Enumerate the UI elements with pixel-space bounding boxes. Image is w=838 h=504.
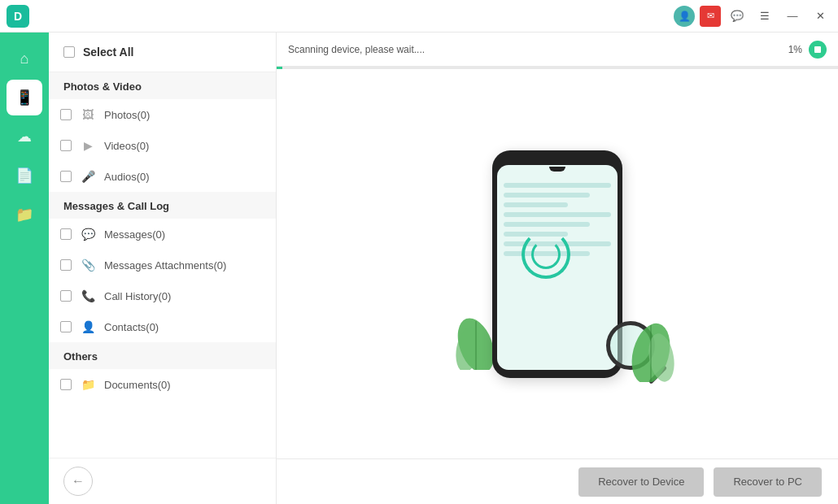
sidebar-item-folder[interactable]: 📁 <box>7 197 42 232</box>
screen-line <box>504 193 590 198</box>
scan-inner <box>531 240 561 269</box>
recover-to-pc-button[interactable]: Recover to PC <box>714 467 822 497</box>
illustration-area <box>277 69 838 458</box>
sidebar-item-home[interactable]: ⌂ <box>7 41 42 76</box>
main-layout: ⌂ 📱 ☁ 📄 📁 Select All Photos & Video 🖼 Ph… <box>0 33 838 504</box>
phone-illustration <box>476 150 639 378</box>
back-button[interactable]: ← <box>63 467 93 496</box>
right-content: Scanning device, please wait.... 1% <box>277 33 838 504</box>
phone-screen <box>497 165 618 370</box>
scan-circle <box>522 230 570 279</box>
select-all-checkbox[interactable] <box>63 46 75 58</box>
sidebar-icons: ⌂ 📱 ☁ 📄 📁 <box>0 33 49 504</box>
videos-label: Videos(0) <box>104 140 149 152</box>
item-contacts[interactable]: 👤 Contacts(0) <box>49 311 276 342</box>
scanning-percent: 1% <box>788 44 802 55</box>
photos-label: Photos(0) <box>104 109 150 121</box>
sidebar-item-phone[interactable]: 📱 <box>7 80 42 115</box>
category-messages-call: Messages & Call Log <box>49 192 276 219</box>
documents-label: Documents(0) <box>104 379 171 391</box>
avatar-icon[interactable]: 👤 <box>674 6 695 27</box>
contacts-label: Contacts(0) <box>104 321 159 333</box>
attach-icon: 📎 <box>80 257 96 273</box>
item-call-history[interactable]: 📞 Call History(0) <box>49 280 276 311</box>
category-photos-video: Photos & Video <box>49 72 276 99</box>
message-icon: 💬 <box>80 226 96 242</box>
item-audios[interactable]: 🎤 Audios(0) <box>49 161 276 192</box>
title-bar-controls: 👤 ✉ 💬 ☰ — ✕ <box>674 5 831 28</box>
recover-to-device-button[interactable]: Recover to Device <box>578 467 704 497</box>
screen-line <box>504 212 611 217</box>
chat-icon[interactable]: 💬 <box>726 5 749 28</box>
item-messages[interactable]: 💬 Messages(0) <box>49 219 276 250</box>
call-history-checkbox[interactable] <box>60 290 72 302</box>
left-panel: Select All Photos & Video 🖼 Photos(0) ▶ … <box>49 33 277 504</box>
item-videos[interactable]: ▶ Videos(0) <box>49 130 276 161</box>
scanning-bar: Scanning device, please wait.... 1% <box>277 33 838 67</box>
videos-checkbox[interactable] <box>60 140 72 151</box>
app-logo: D <box>7 5 29 28</box>
audio-icon: 🎤 <box>80 168 96 185</box>
mail-icon[interactable]: ✉ <box>700 6 721 27</box>
messages-checkbox[interactable] <box>60 228 72 240</box>
phone-body <box>492 150 622 378</box>
back-btn-row: ← <box>49 458 276 504</box>
select-all-row[interactable]: Select All <box>49 33 276 72</box>
audios-checkbox[interactable] <box>60 171 72 182</box>
call-history-label: Call History(0) <box>104 290 171 302</box>
photo-icon: 🖼 <box>80 106 96 123</box>
scanning-text: Scanning device, please wait.... <box>288 44 782 55</box>
screen-line <box>504 222 590 227</box>
photos-checkbox[interactable] <box>60 109 72 120</box>
screen-line <box>504 202 568 207</box>
item-photos[interactable]: 🖼 Photos(0) <box>49 99 276 130</box>
scanning-stop-button[interactable] <box>809 41 827 59</box>
documents-checkbox[interactable] <box>60 379 72 390</box>
minimize-button[interactable]: — <box>781 5 804 28</box>
item-messages-attach[interactable]: 📎 Messages Attachments(0) <box>49 250 276 280</box>
item-documents[interactable]: 📁 Documents(0) <box>49 369 276 400</box>
messages-attach-checkbox[interactable] <box>60 259 72 271</box>
menu-icon[interactable]: ☰ <box>753 5 776 28</box>
contact-icon: 👤 <box>80 319 96 335</box>
phone-icon: 📞 <box>80 288 96 304</box>
contacts-checkbox[interactable] <box>60 321 72 332</box>
title-bar-left: D <box>7 5 36 28</box>
screen-line <box>504 183 611 188</box>
document-icon: 📁 <box>80 376 96 393</box>
title-bar: D 👤 ✉ 💬 ☰ — ✕ <box>0 0 838 33</box>
close-button[interactable]: ✕ <box>809 5 831 28</box>
bottom-bar: Recover to Device Recover to PC <box>277 458 838 504</box>
sidebar-item-cloud[interactable]: ☁ <box>7 119 42 154</box>
messages-attach-label: Messages Attachments(0) <box>104 259 226 272</box>
audios-label: Audios(0) <box>104 171 150 183</box>
leaf-right-icon <box>622 309 679 382</box>
category-others: Others <box>49 342 276 369</box>
messages-label: Messages(0) <box>104 228 165 241</box>
sidebar-item-file[interactable]: 📄 <box>7 158 42 193</box>
video-icon: ▶ <box>80 137 96 154</box>
select-all-label: Select All <box>83 46 134 59</box>
